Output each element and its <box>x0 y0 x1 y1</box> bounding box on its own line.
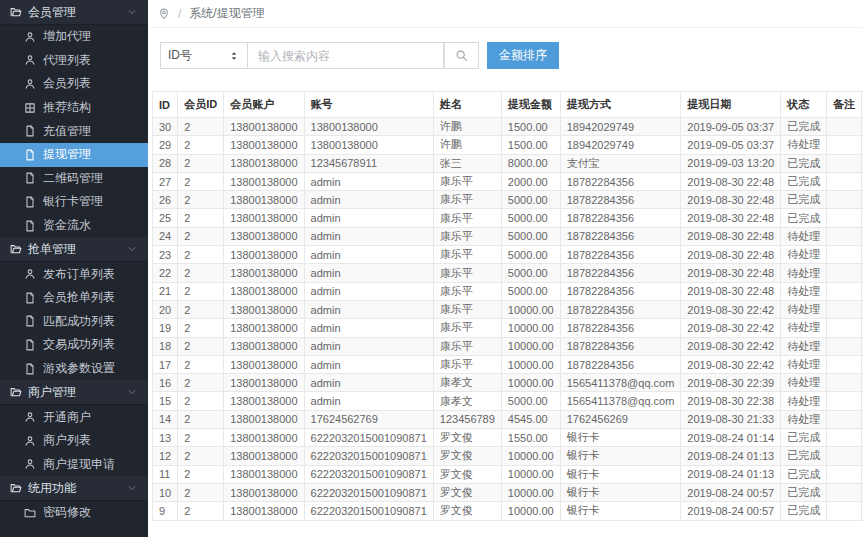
doc-icon <box>24 125 36 137</box>
table-cell: 待处理 <box>781 227 827 245</box>
table-row: 132138001380006222032015001090871罗文俊1550… <box>153 429 863 447</box>
table-cell: 罗文俊 <box>433 429 501 447</box>
table-cell: 18782284356 <box>560 264 681 282</box>
table-row: 2921380013800013800138000许鹏1500.00189420… <box>153 136 863 154</box>
table-cell: 10 <box>153 483 178 501</box>
table-cell: 18782284356 <box>560 300 681 318</box>
sidebar-item[interactable]: 二维码管理 <box>0 167 148 191</box>
sidebar-item[interactable]: 匹配成功列表 <box>0 310 148 334</box>
table-cell: 14 <box>153 410 178 428</box>
table-cell: 2019-08-30 22:48 <box>681 282 781 300</box>
table-cell: 待处理 <box>781 136 827 154</box>
sidebar-item[interactable]: 游戏参数设置 <box>0 357 148 381</box>
column-header: 提现金额 <box>501 92 560 118</box>
table-cell: 2019-08-30 22:48 <box>681 191 781 209</box>
table-cell: 已完成 <box>781 154 827 172</box>
table-cell: 13800138000 <box>224 374 304 392</box>
column-header: 提现日期 <box>681 92 781 118</box>
sidebar-item[interactable]: 开通商户 <box>0 405 148 429</box>
table-row: 19213800138000admin康乐平10000.001878228435… <box>153 319 863 337</box>
table-cell <box>827 136 862 154</box>
table-cell: 13800138000 <box>224 264 304 282</box>
table-cell: admin <box>304 227 433 245</box>
table-cell: 25 <box>153 209 178 227</box>
table-row: 16213800138000admin康孝文10000.001565411378… <box>153 374 863 392</box>
table-cell: 2019-08-30 22:42 <box>681 300 781 318</box>
table-cell: 康乐平 <box>433 209 501 227</box>
search-icon <box>455 49 468 62</box>
table-cell: 1762456269 <box>560 410 681 428</box>
table-cell: 待处理 <box>781 410 827 428</box>
table-cell: 10000.00 <box>501 337 560 355</box>
table-cell: 13800138000 <box>224 118 304 136</box>
table-cell: 5000.00 <box>501 227 560 245</box>
sidebar-item[interactable]: 充值管理 <box>0 119 148 143</box>
sidebar-group-header[interactable]: 会员管理 <box>0 0 148 25</box>
search-input[interactable] <box>248 42 444 69</box>
sidebar-item[interactable]: 会员抢单列表 <box>0 286 148 310</box>
table-cell: 5000.00 <box>501 264 560 282</box>
search-button[interactable] <box>444 42 479 69</box>
person-icon <box>24 458 36 470</box>
sidebar-item[interactable]: 交易成功列表 <box>0 333 148 357</box>
sidebar-item[interactable]: 增加代理 <box>0 25 148 49</box>
table-cell: 28 <box>153 154 178 172</box>
sidebar-item[interactable]: 密码修改 <box>0 501 148 525</box>
table-cell <box>827 502 862 520</box>
table-row: 14213800138000176245627691234567894545.0… <box>153 410 863 428</box>
table-cell: 30 <box>153 118 178 136</box>
sidebar-item[interactable]: 商户列表 <box>0 429 148 453</box>
sidebar-item[interactable]: 会员列表 <box>0 72 148 96</box>
table-cell: 康乐平 <box>433 319 501 337</box>
filter-select[interactable]: ID号 <box>160 42 248 69</box>
sidebar-item[interactable]: 推荐结构 <box>0 96 148 120</box>
table-row: 3021380013800013800138000许鹏1500.00189420… <box>153 118 863 136</box>
table-cell: 支付宝 <box>560 154 681 172</box>
table-cell: 2019-08-30 22:48 <box>681 172 781 190</box>
table-cell: 6222032015001090871 <box>304 447 433 465</box>
table-cell: 123456789 <box>433 410 501 428</box>
table-cell: 13800138000 <box>224 483 304 501</box>
doc-icon <box>24 363 36 375</box>
table-cell: 13800138000 <box>224 300 304 318</box>
table-cell: 18782284356 <box>560 246 681 264</box>
sidebar-item[interactable]: 资金流水 <box>0 214 148 238</box>
table-cell: 6222032015001090871 <box>304 502 433 520</box>
table-cell <box>827 246 862 264</box>
withdrawals-table: ID会员ID会员账户账号姓名提现金额提现方式提现日期状态备注操作 3021380… <box>152 91 863 521</box>
table-cell: 待处理 <box>781 319 827 337</box>
sidebar-group-header[interactable]: 统用功能 <box>0 476 148 501</box>
table-cell: 10000.00 <box>501 483 560 501</box>
table-cell: 2 <box>178 300 224 318</box>
sidebar-group-header[interactable]: 抢单管理 <box>0 237 148 262</box>
person-icon <box>24 31 36 43</box>
breadcrumb: / 系统/提现管理 <box>148 0 863 28</box>
sidebar-item[interactable]: 银行卡管理 <box>0 190 148 214</box>
table-cell: 2019-08-24 00:57 <box>681 483 781 501</box>
column-header: 账号 <box>304 92 433 118</box>
table-cell: admin <box>304 300 433 318</box>
amount-sort-button[interactable]: 金额排序 <box>487 42 559 69</box>
table-cell: 2 <box>178 392 224 410</box>
table-cell <box>827 227 862 245</box>
sidebar-item[interactable]: 代理列表 <box>0 49 148 73</box>
table-cell: 19 <box>153 319 178 337</box>
sidebar-group-header[interactable]: 商户管理 <box>0 380 148 405</box>
table-cell: 2 <box>178 355 224 373</box>
sidebar-item-label: 密码修改 <box>43 504 91 521</box>
table-cell: 13800138000 <box>224 410 304 428</box>
table-cell: 13800138000 <box>224 246 304 264</box>
table-cell: 2 <box>178 465 224 483</box>
table-cell: 5000.00 <box>501 246 560 264</box>
doc-icon <box>24 339 36 351</box>
table-cell: 17 <box>153 355 178 373</box>
sidebar-item[interactable]: 商户提现申请 <box>0 453 148 477</box>
sidebar-item[interactable]: 提现管理 <box>0 143 148 167</box>
sidebar-item-label: 商户列表 <box>43 432 91 449</box>
table-cell: 2 <box>178 429 224 447</box>
table-cell: 13800138000 <box>224 191 304 209</box>
table-cell: 康乐平 <box>433 300 501 318</box>
table-cell: 2 <box>178 246 224 264</box>
withdrawals-table-container: ID会员ID会员账户账号姓名提现金额提现方式提现日期状态备注操作 3021380… <box>152 91 863 537</box>
sidebar-item[interactable]: 发布订单列表 <box>0 262 148 286</box>
